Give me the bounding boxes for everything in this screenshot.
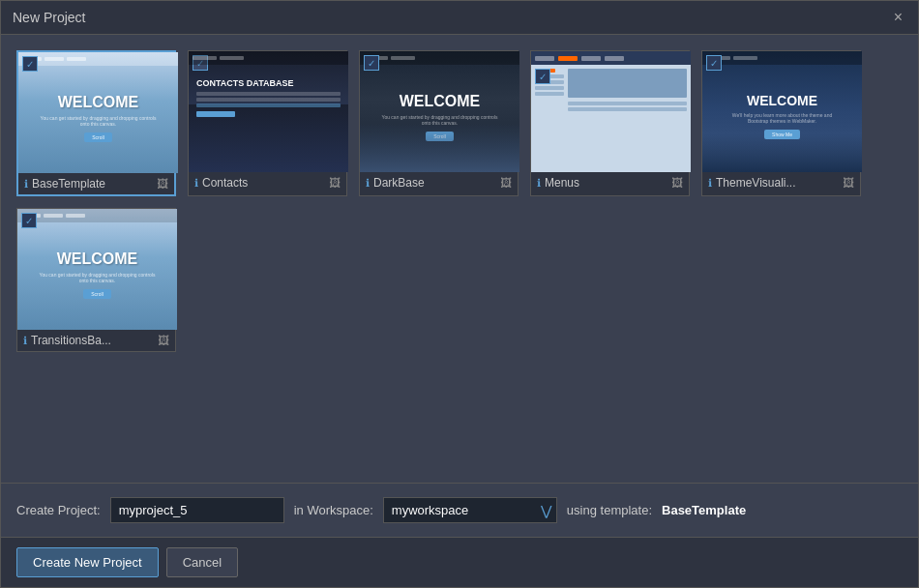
template-label: using template: <box>567 503 652 517</box>
image-icon-menus: 🖼 <box>671 176 683 190</box>
info-icon-theme: ℹ <box>708 177 712 190</box>
image-icon-base: 🖼 <box>157 177 168 191</box>
info-icon-darkbase: ℹ <box>366 177 370 190</box>
info-icon-menus: ℹ <box>537 177 541 190</box>
info-icon-transitions: ℹ <box>23 335 27 347</box>
image-icon-darkbase: 🖼 <box>500 176 512 190</box>
info-icon-base: ℹ <box>24 178 28 191</box>
info-icon-contacts: ℹ <box>194 177 198 190</box>
template-footer-theme: ℹ ThemeVisuali... 🖼 <box>702 172 860 193</box>
selected-checkmark-dark: ✓ <box>364 55 379 71</box>
image-icon-theme: 🖼 <box>843 176 854 190</box>
template-thumbnail-transitions: ✓ WELCOME You can get started by draggin… <box>17 209 177 330</box>
template-thumbnail-theme: ✓ WELCOME We'll help you learn more abou… <box>702 51 862 172</box>
template-thumbnail-base: ✓ WELCOME You can get started by draggin… <box>18 52 178 173</box>
create-row: Create Project: in Workspace: myworkspac… <box>16 497 903 523</box>
template-thumbnail-darkbase: ✓ WELCOME You can get started by draggin… <box>360 51 519 172</box>
close-button[interactable]: × <box>890 9 906 26</box>
template-footer-base: ℹ BaseTemplate 🖼 <box>18 173 174 194</box>
image-icon-transitions: 🖼 <box>158 334 169 347</box>
new-project-dialog: New Project × ✓ WELCOME You can get sta <box>0 0 919 588</box>
workspace-select-wrapper: myworkspace ⋁ <box>383 497 557 523</box>
template-thumbnail-contacts: ✓ CONTACTS DATABASE <box>189 51 348 172</box>
workspace-label: in Workspace: <box>294 503 373 517</box>
template-name-base: BaseTemplate <box>32 177 105 191</box>
template-name-darkbase: DarkBase <box>373 176 425 190</box>
template-card-theme[interactable]: ✓ WELCOME We'll help you learn more abou… <box>701 50 861 196</box>
template-name-theme: ThemeVisuali... <box>716 176 795 190</box>
dialog-titlebar: New Project × <box>1 1 918 35</box>
image-icon-contacts: 🖼 <box>329 176 341 190</box>
template-card-menus[interactable]: ✓ <box>530 50 690 196</box>
template-card-darkbase[interactable]: ✓ WELCOME You can get started by draggin… <box>359 50 519 196</box>
templates-grid: ✓ WELCOME You can get started by draggin… <box>16 50 903 352</box>
template-footer-darkbase: ℹ DarkBase 🖼 <box>360 172 518 193</box>
project-name-input[interactable] <box>110 497 284 523</box>
template-card-base[interactable]: ✓ WELCOME You can get started by draggin… <box>16 50 176 196</box>
template-footer-transitions: ℹ TransitionsBa... 🖼 <box>17 330 175 351</box>
template-footer-contacts: ℹ Contacts 🖼 <box>189 172 346 193</box>
action-bar: Create New Project Cancel <box>1 537 918 587</box>
create-new-project-button[interactable]: Create New Project <box>16 547 159 577</box>
selected-checkmark-transitions: ✓ <box>21 213 37 228</box>
dialog-title: New Project <box>13 10 85 25</box>
project-form: Create Project: in Workspace: myworkspac… <box>1 483 918 537</box>
selected-checkmark: ✓ <box>22 56 38 72</box>
template-name-menus: Menus <box>545 176 579 190</box>
template-name-contacts: Contacts <box>202 176 248 190</box>
selected-checkmark-theme: ✓ <box>706 55 722 71</box>
template-footer-menus: ℹ Menus 🖼 <box>531 172 689 193</box>
template-name-transitions: TransitionsBa... <box>31 334 111 347</box>
workspace-select[interactable]: myworkspace <box>383 497 557 523</box>
cancel-button[interactable]: Cancel <box>166 547 238 577</box>
selected-template-name: BaseTemplate <box>662 503 746 517</box>
template-grid-area: ✓ WELCOME You can get started by draggin… <box>1 35 918 483</box>
template-thumbnail-menus: ✓ <box>531 51 691 172</box>
create-project-label: Create Project: <box>16 503 101 517</box>
template-card-contacts[interactable]: ✓ CONTACTS DATABASE <box>188 50 347 196</box>
selected-checkmark-menus: ✓ <box>535 69 550 84</box>
template-card-transitions[interactable]: ✓ WELCOME You can get started by draggin… <box>16 208 176 352</box>
